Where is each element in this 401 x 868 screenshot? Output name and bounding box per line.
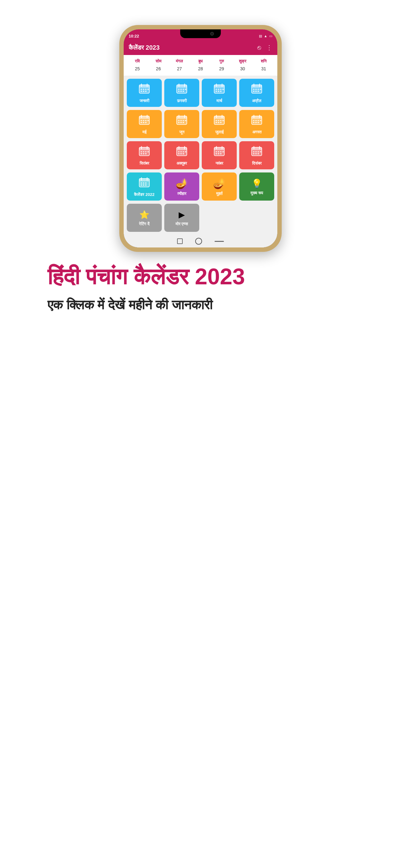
recents-button[interactable]	[214, 241, 224, 242]
svg-rect-7	[140, 91, 142, 92]
svg-rect-139	[140, 184, 142, 186]
phone-frame: 10:22 ▤ ▲ ▭ कैलेंडर 2023 ⎋ ⋮	[119, 25, 282, 252]
main-heading: हिंदी पंचांग कैलेंडर 2023	[47, 264, 354, 289]
day-guru: गुरु	[211, 58, 232, 65]
month-oct[interactable]: अक्तूबर	[164, 141, 199, 169]
sim-icon: ▤	[259, 34, 262, 38]
svg-rect-31	[220, 91, 222, 92]
jun-icon	[176, 114, 188, 128]
svg-rect-37	[253, 89, 255, 90]
aug-icon	[251, 114, 262, 128]
phone-screen: 10:22 ▤ ▲ ▭ कैलेंडर 2023 ⎋ ⋮	[124, 29, 277, 247]
month-feb[interactable]: फ़रवरी	[164, 79, 199, 107]
month-jan[interactable]: जनवरी	[127, 79, 162, 107]
month-grid-blue: जनवरी	[124, 75, 277, 110]
svg-rect-98	[147, 151, 149, 153]
svg-rect-41	[256, 91, 257, 92]
svg-rect-108	[183, 153, 184, 154]
svg-rect-61	[183, 120, 184, 121]
date-27: 27	[169, 65, 190, 72]
tile-main-view[interactable]: 💡 मुख्य रूप	[239, 173, 274, 200]
below-phone-content: हिंदी पंचांग कैलेंडर 2023 एक क्लिक में द…	[29, 252, 372, 333]
nov-label: नवंबर	[215, 161, 223, 166]
rating-icon: ⭐	[139, 210, 149, 220]
svg-rect-32	[222, 89, 224, 90]
svg-rect-42	[258, 91, 259, 92]
svg-rect-111	[214, 147, 224, 150]
month-jun[interactable]: जून	[164, 110, 199, 138]
svg-rect-9	[145, 91, 147, 92]
date-30: 30	[232, 65, 253, 72]
home-button[interactable]	[195, 238, 202, 245]
month-mar[interactable]: मार्च	[202, 79, 237, 107]
svg-rect-17	[183, 89, 184, 90]
svg-rect-45	[139, 116, 149, 119]
mar-label: मार्च	[216, 98, 222, 103]
menu-icon[interactable]: ⋮	[266, 44, 272, 51]
svg-rect-62	[178, 122, 179, 123]
status-time: 10:22	[129, 34, 139, 38]
svg-rect-53	[145, 122, 147, 123]
svg-rect-60	[180, 120, 182, 121]
svg-rect-136	[140, 183, 142, 184]
svg-rect-96	[143, 153, 144, 154]
svg-rect-109	[185, 151, 187, 153]
tile-muhurt[interactable]: 🪔 मुहर्त	[202, 173, 237, 200]
svg-rect-105	[183, 151, 184, 153]
svg-rect-125	[253, 151, 255, 153]
svg-rect-16	[180, 89, 182, 90]
svg-rect-141	[145, 184, 147, 186]
tile-festival[interactable]: 🪔 त्यौहार	[164, 173, 199, 200]
svg-rect-21	[185, 89, 187, 90]
share-icon[interactable]: ⎋	[257, 44, 261, 51]
tile-more-apps[interactable]: ▶ मोर एप्प्स	[164, 204, 199, 232]
date-numbers-row: 25 26 27 28 29 30 31	[124, 65, 277, 75]
svg-rect-67	[214, 116, 224, 119]
feb-icon	[176, 83, 188, 97]
svg-rect-65	[185, 120, 187, 121]
svg-rect-50	[145, 120, 147, 121]
svg-rect-26	[215, 89, 217, 90]
rating-label: रेटिंग दें	[139, 221, 149, 226]
month-dec[interactable]: दिसंबर	[239, 141, 274, 169]
svg-rect-126	[256, 151, 257, 153]
svg-rect-70	[215, 120, 217, 121]
sep-icon	[139, 146, 150, 159]
svg-rect-129	[256, 153, 257, 154]
svg-rect-97	[145, 153, 147, 154]
month-jul[interactable]: जुलाई	[202, 110, 237, 138]
back-button[interactable]	[177, 239, 183, 244]
mar-icon	[213, 83, 225, 97]
svg-rect-56	[177, 116, 187, 119]
festival-icon: 🪔	[175, 178, 188, 189]
svg-rect-23	[214, 85, 224, 88]
day-shukra: शुक्र	[232, 58, 253, 65]
svg-rect-128	[253, 153, 255, 154]
svg-rect-131	[260, 151, 261, 153]
svg-rect-63	[180, 122, 182, 123]
svg-rect-116	[220, 151, 222, 153]
jul-label: जुलाई	[215, 130, 224, 135]
month-grid-red: सितंबर	[124, 141, 277, 173]
date-28-highlighted[interactable]: 28	[198, 66, 203, 71]
month-apr[interactable]: अप्रैल	[239, 79, 274, 107]
date-31: 31	[253, 65, 274, 72]
phone-inner: 10:22 ▤ ▲ ▭ कैलेंडर 2023 ⎋ ⋮	[124, 29, 277, 247]
svg-rect-75	[220, 122, 222, 123]
month-sep[interactable]: सितंबर	[127, 141, 162, 169]
svg-rect-138	[145, 183, 147, 184]
camera-icon	[210, 32, 214, 36]
tile-calendar-2022[interactable]: कैलेंडर 2022	[127, 173, 162, 200]
date-29: 29	[211, 65, 232, 72]
tile-rating[interactable]: ⭐ रेटिंग दें	[127, 204, 162, 232]
svg-rect-92	[140, 151, 142, 153]
sub-heading: एक क्लिक में देखें महीने की जानकारी	[47, 297, 354, 314]
svg-rect-73	[215, 122, 217, 123]
svg-rect-43	[260, 89, 261, 90]
month-nov[interactable]: नवंबर	[202, 141, 237, 169]
month-aug[interactable]: अगस्त	[239, 110, 274, 138]
status-icons: ▤ ▲ ▭	[259, 34, 272, 38]
svg-rect-5	[143, 89, 144, 90]
month-may[interactable]: मई	[127, 110, 162, 138]
app-header: कैलेंडर 2023 ⎋ ⋮	[124, 41, 277, 55]
